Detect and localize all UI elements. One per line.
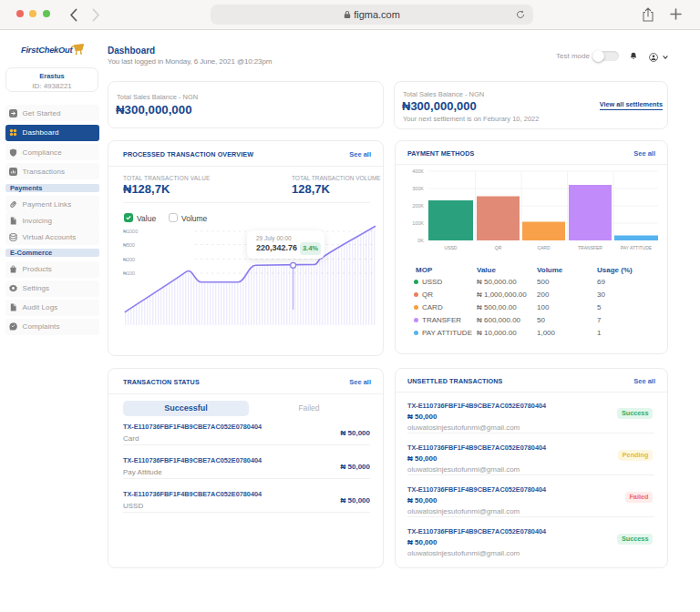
svg-text:QR: QR bbox=[495, 245, 502, 250]
svg-text:TRANSFER: TRANSFER bbox=[578, 245, 602, 250]
svg-text:₦500: ₦500 bbox=[123, 242, 135, 248]
svg-text:CARD: CARD bbox=[537, 245, 551, 250]
svg-text:0K: 0K bbox=[417, 238, 424, 243]
svg-text:100K: 100K bbox=[412, 220, 424, 226]
svg-text:300K: 300K bbox=[412, 186, 424, 191]
svg-text:USSD: USSD bbox=[445, 245, 458, 250]
svg-text:400K: 400K bbox=[412, 168, 424, 174]
svg-text:₦100: ₦100 bbox=[123, 270, 135, 276]
svg-text:200K: 200K bbox=[412, 203, 424, 209]
svg-text:PAY ATTITUDE: PAY ATTITUDE bbox=[621, 245, 653, 250]
svg-text:₦1000: ₦1000 bbox=[123, 229, 138, 234]
svg-text:₦200: ₦200 bbox=[123, 257, 135, 262]
